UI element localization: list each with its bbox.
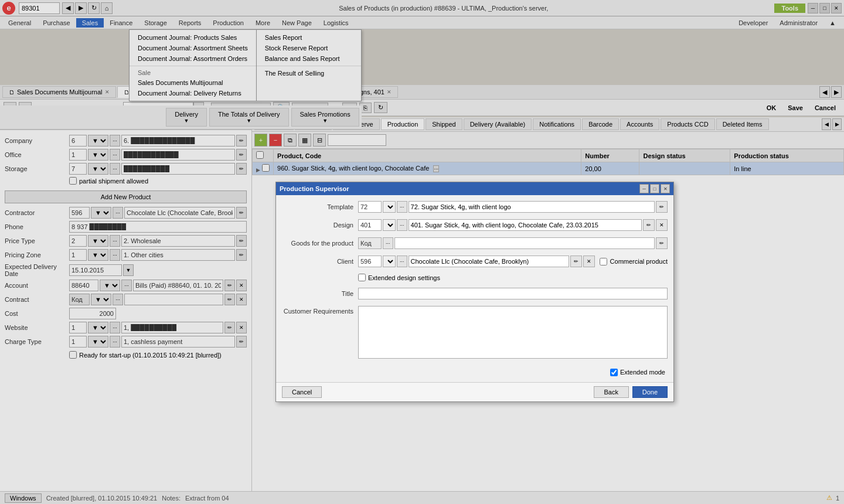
modal-overlay: Production Supervisor ─ □ ✕ Template ▼ ·… [0,0,844,29]
